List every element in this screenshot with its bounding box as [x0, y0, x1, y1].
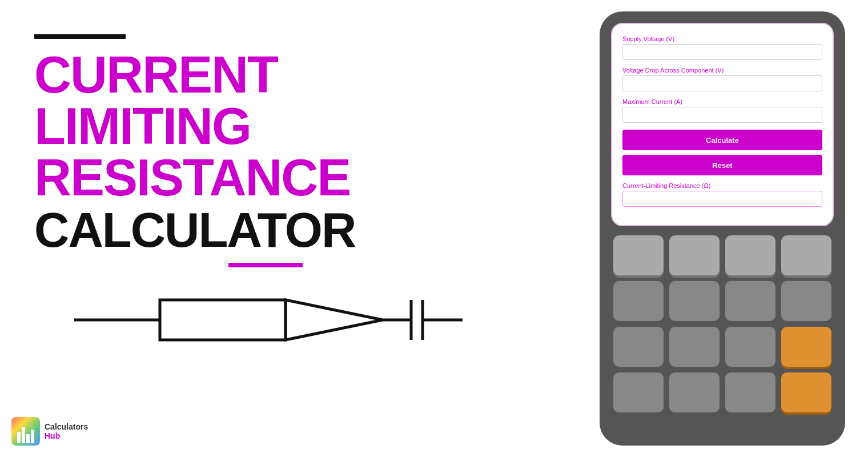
diode-symbol — [74, 286, 463, 354]
calculate-button[interactable]: Calculate — [622, 130, 822, 150]
logo-text: Calculators Hub — [45, 422, 88, 440]
key-14[interactable] — [669, 372, 720, 412]
logo-calculators: Calculators — [45, 422, 88, 431]
key-13[interactable] — [613, 372, 664, 412]
key-11[interactable] — [725, 327, 775, 367]
voltage-drop-label: Voltage Drop Across Component (V) — [622, 67, 822, 74]
supply-voltage-group: Supply Voltage (V) — [622, 35, 822, 60]
supply-voltage-label: Supply Voltage (V) — [622, 35, 822, 42]
title-line2: RESISTANCE — [34, 152, 434, 203]
key-3[interactable] — [725, 235, 775, 275]
left-section: CURRENT LIMITING RESISTANCE CALCULATOR — [34, 34, 434, 267]
key-5[interactable] — [613, 281, 664, 321]
supply-voltage-input[interactable] — [622, 44, 822, 60]
voltage-drop-input[interactable] — [622, 75, 822, 91]
max-current-input[interactable] — [622, 107, 822, 123]
logo-icon — [11, 417, 40, 446]
svg-marker-2 — [286, 300, 383, 340]
key-6[interactable] — [669, 281, 720, 321]
key-1[interactable] — [613, 235, 664, 275]
key-15[interactable] — [725, 372, 775, 412]
title-line3: CALCULATOR — [34, 203, 434, 257]
key-7[interactable] — [725, 281, 775, 321]
logo-bar-2 — [22, 427, 25, 443]
title-line1: CURRENT LIMITING — [34, 49, 434, 152]
calculator-screen: Supply Voltage (V) Voltage Drop Across C… — [611, 23, 834, 226]
key-8[interactable] — [781, 281, 831, 321]
top-decorative-bar — [34, 34, 126, 39]
key-2[interactable] — [669, 235, 720, 275]
svg-rect-1 — [160, 300, 286, 340]
key-10[interactable] — [669, 327, 720, 367]
logo-hub: Hub — [45, 431, 88, 440]
result-label: Current-Limiting Resistance (Ω) — [622, 182, 822, 189]
keypad — [611, 235, 834, 412]
key-16[interactable] — [781, 372, 831, 412]
voltage-drop-group: Voltage Drop Across Component (V) — [622, 67, 822, 91]
result-group: Current-Limiting Resistance (Ω) — [622, 182, 822, 207]
logo-bar-4 — [31, 430, 34, 443]
middle-decorative-bar — [228, 263, 303, 267]
max-current-group: Maximum Current (A) — [622, 98, 822, 123]
logo-bar-1 — [17, 432, 21, 443]
result-input[interactable] — [622, 191, 822, 207]
key-4[interactable] — [781, 235, 831, 275]
calculator-device: Supply Voltage (V) Voltage Drop Across C… — [600, 11, 845, 446]
logo-container: Calculators Hub — [11, 417, 88, 446]
key-9[interactable] — [613, 327, 664, 367]
reset-button[interactable]: Reset — [622, 155, 822, 175]
logo-bar-3 — [26, 434, 30, 443]
max-current-label: Maximum Current (A) — [622, 98, 822, 105]
key-12[interactable] — [781, 327, 831, 367]
